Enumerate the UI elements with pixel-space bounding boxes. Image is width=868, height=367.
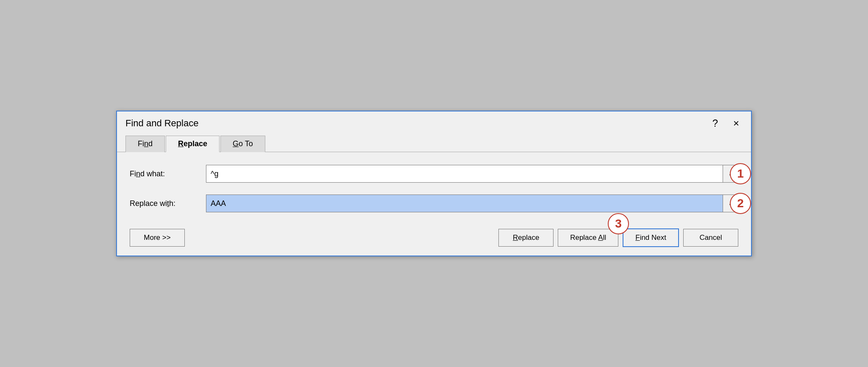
replace-input[interactable] [206,195,723,212]
tab-bar: Find Replace Go To [117,135,751,152]
more-button[interactable]: More >> [130,229,185,247]
right-buttons: 3 Replace Replace All Find Next Cancel [498,228,738,247]
replace-dropdown-button[interactable]: ⌄ [723,195,738,212]
find-replace-dialog: Find and Replace ? × Find Replace Go To … [116,111,752,256]
dialog-title: Find and Replace [125,118,198,129]
replace-with-row: Replace with: ⌄ 2 [130,195,738,212]
replace-with-label: Replace with: [130,199,206,208]
replace-input-wrapper: ⌄ 2 [206,195,738,212]
tab-replace[interactable]: Replace [166,136,220,152]
find-input-wrapper: ⌄ 1 [206,165,738,183]
find-next-button[interactable]: Find Next [623,228,679,247]
tab-goto[interactable]: Go To [220,136,265,152]
close-button[interactable]: × [730,117,743,129]
find-input[interactable] [206,165,723,183]
cancel-button[interactable]: Cancel [683,229,738,247]
find-dropdown-button[interactable]: ⌄ [723,165,738,183]
dialog-body: Find what: ⌄ 1 Replace with: ⌄ 2 More >> [117,152,751,256]
title-bar: Find and Replace ? × [117,111,751,133]
find-what-label: Find what: [130,170,206,178]
replace-button[interactable]: Replace [498,229,554,247]
replace-all-button[interactable]: Replace All [558,229,618,247]
button-row: More >> 3 Replace Replace All Find Next … [130,224,738,247]
help-button[interactable]: ? [709,117,721,129]
tab-find[interactable]: Find [125,136,165,152]
title-controls: ? × [709,117,743,129]
find-what-row: Find what: ⌄ 1 [130,165,738,183]
